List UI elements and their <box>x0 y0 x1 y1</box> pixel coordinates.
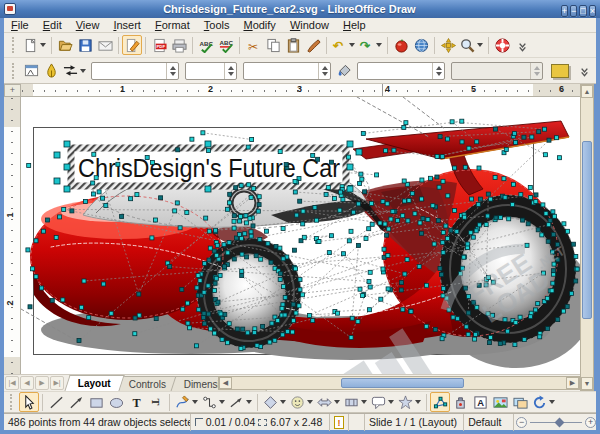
dropdown-arrow-icon[interactable] <box>80 69 86 73</box>
shade-button[interactable]: + <box>561 5 568 17</box>
email-button[interactable] <box>95 35 115 55</box>
zoom-track[interactable] <box>530 422 582 423</box>
scroll-right-button[interactable]: ▶ <box>566 377 579 389</box>
drawing-canvas[interactable]: ChrisDesign's Future Car FREE LOAD .NET <box>21 97 580 374</box>
spellcheck-button[interactable]: ABC <box>196 35 216 55</box>
zoom-in-button[interactable]: + <box>585 417 596 428</box>
select-button[interactable] <box>19 392 39 412</box>
cut-button[interactable]: ✂ <box>243 35 263 55</box>
copy-button[interactable] <box>263 35 283 55</box>
arrow-style-button[interactable] <box>61 61 88 81</box>
spinner-arrows[interactable] <box>318 63 330 79</box>
new-document-button[interactable] <box>21 35 48 55</box>
tab-nav-last-button[interactable]: ▶| <box>50 376 64 390</box>
gallery-images-button[interactable] <box>510 392 530 412</box>
glue-points-button[interactable] <box>450 392 470 412</box>
block-arrows-button[interactable] <box>315 392 342 412</box>
connector-button[interactable] <box>200 392 227 412</box>
export-pdf-button[interactable]: PDF <box>149 35 169 55</box>
toolbar-grip[interactable] <box>12 37 17 53</box>
horizontal-scroll-thumb[interactable] <box>341 378 464 388</box>
print-button[interactable] <box>169 35 189 55</box>
zoom-slider[interactable]: − + <box>516 417 596 428</box>
dropdown-arrow-icon[interactable] <box>280 400 286 404</box>
dropdown-arrow-icon[interactable] <box>549 400 555 404</box>
page-style-status[interactable]: Default <box>464 414 514 431</box>
dropdown-arrow-icon[interactable] <box>334 400 340 404</box>
title-bar[interactable]: Chrisdesign_Future_car2.svg - LibreOffic… <box>0 0 600 18</box>
overflow-button[interactable] <box>512 35 532 55</box>
overflow-button[interactable] <box>574 61 594 81</box>
vertical-text-button[interactable]: T <box>146 392 166 412</box>
scroll-left-button[interactable]: ◀ <box>219 377 232 389</box>
dropdown-arrow-icon[interactable] <box>415 400 421 404</box>
scroll-down-button[interactable]: ▼ <box>581 377 593 390</box>
rotate-button[interactable] <box>530 392 557 412</box>
dropdown-arrow-icon[interactable] <box>376 43 382 47</box>
line-width-spinner[interactable] <box>185 62 237 80</box>
tab-nav-previous-button[interactable]: ◀ <box>20 376 34 390</box>
undo-button[interactable]: ↶ <box>330 35 357 55</box>
area-style-combo[interactable] <box>357 62 445 80</box>
tab-controls[interactable]: Controls <box>115 376 179 391</box>
toolbar-grip[interactable] <box>10 394 15 410</box>
dropdown-arrow-icon[interactable] <box>40 43 46 47</box>
horizontal-ruler[interactable]: 123456 <box>21 84 580 97</box>
dropdown-arrow-icon[interactable] <box>388 400 394 404</box>
edit-points-button[interactable] <box>430 392 450 412</box>
gallery-button[interactable] <box>391 35 411 55</box>
zoom-out-button[interactable]: − <box>516 417 527 428</box>
edit-file-button[interactable] <box>122 35 142 55</box>
styles-formatting-button[interactable] <box>21 61 41 81</box>
dropdown-arrow-icon[interactable] <box>477 43 483 47</box>
help-button[interactable] <box>492 35 512 55</box>
tab-nav-first-button[interactable]: |◀ <box>5 376 19 390</box>
dropdown-arrow-icon[interactable] <box>361 400 367 404</box>
dropdown-arrow-icon[interactable] <box>219 400 225 404</box>
area-fill-button[interactable] <box>334 61 354 81</box>
auto-spellcheck-button[interactable]: ABC <box>216 35 236 55</box>
line-arrow-button[interactable] <box>66 392 86 412</box>
redo-button[interactable]: ↷ <box>357 35 384 55</box>
menu-file[interactable]: File <box>4 18 36 33</box>
flowchart-button[interactable] <box>342 392 369 412</box>
line-button[interactable] <box>46 392 66 412</box>
menu-tools[interactable]: Tools <box>197 18 237 33</box>
from-file-button[interactable] <box>490 392 510 412</box>
line-color-combo[interactable] <box>243 62 331 80</box>
spinner-arrows[interactable] <box>432 63 444 79</box>
dropdown-arrow-icon[interactable] <box>246 400 252 404</box>
tab-nav-next-button[interactable]: ▶ <box>35 376 49 390</box>
basic-shapes-button[interactable] <box>261 392 288 412</box>
dropdown-arrow-icon[interactable] <box>192 400 198 404</box>
menu-window[interactable]: Window <box>283 18 336 33</box>
save-button[interactable] <box>75 35 95 55</box>
vertical-ruler[interactable]: 12 <box>4 97 21 374</box>
dropdown-arrow-icon[interactable] <box>349 43 355 47</box>
stars-button[interactable] <box>396 392 423 412</box>
spinner-arrows[interactable] <box>166 63 178 79</box>
maximize-button[interactable]: □ <box>579 5 586 17</box>
vertical-scroll-thumb[interactable] <box>582 141 592 319</box>
spinner-arrows[interactable] <box>224 63 236 79</box>
minimize-button[interactable]: − <box>570 5 577 17</box>
fontwork-button[interactable]: A <box>470 392 490 412</box>
menu-edit[interactable]: Edit <box>36 18 69 33</box>
toolbar-grip[interactable] <box>12 63 17 79</box>
tab-layout[interactable]: Layout <box>64 375 124 391</box>
text-button[interactable]: T <box>126 392 146 412</box>
callouts-button[interactable] <box>369 392 396 412</box>
spinner-arrows[interactable] <box>530 63 542 79</box>
menu-modify[interactable]: Modify <box>236 18 282 33</box>
scroll-up-button[interactable]: ▲ <box>581 85 593 98</box>
shadow-color-swatch[interactable] <box>551 64 569 78</box>
vertical-scrollbar[interactable]: ▲ ▼ <box>580 84 594 391</box>
zoom-button[interactable] <box>458 35 485 55</box>
rectangle-button[interactable] <box>86 392 106 412</box>
line-properties-button[interactable] <box>41 61 61 81</box>
format-paintbrush-button[interactable] <box>303 35 323 55</box>
line-style-combo[interactable] <box>91 62 179 80</box>
open-button[interactable] <box>55 35 75 55</box>
navigator-button[interactable] <box>438 35 458 55</box>
symbol-shapes-button[interactable] <box>288 392 315 412</box>
